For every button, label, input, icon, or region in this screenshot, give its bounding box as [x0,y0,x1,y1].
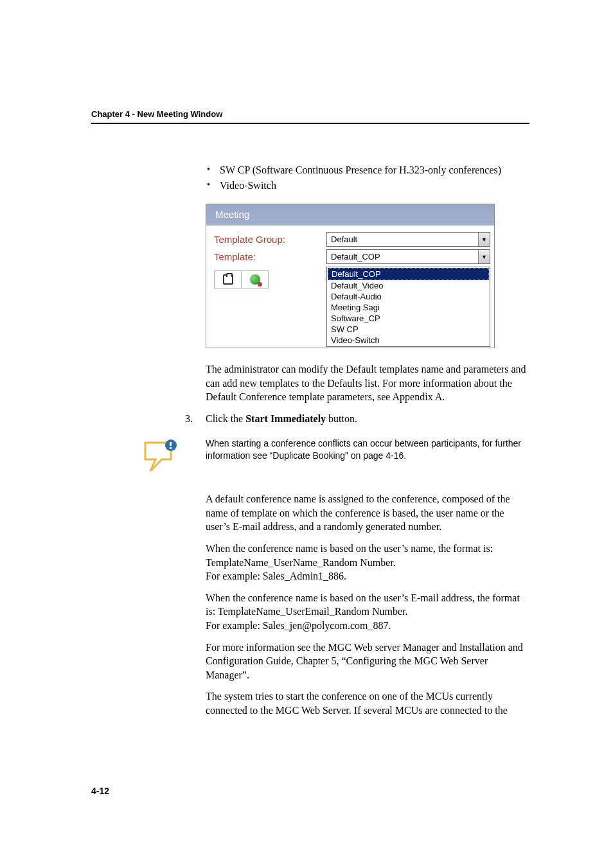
body-paragraph: When the conference name is based on the… [206,591,529,633]
numbered-step: 3. Click the Start Immediately button. [185,412,529,426]
globe-button[interactable] [242,271,268,288]
note-text: When starting a conference conflicts can… [206,438,529,462]
body-paragraph: When the conference name is based on the… [206,542,529,583]
body-paragraph: For more information see the MGC Web ser… [206,641,529,682]
svg-rect-2 [170,442,172,446]
template-group-label: Template Group: [214,234,326,245]
dropdown-option[interactable]: Video-Switch [328,335,489,346]
bullet-item: Video-Switch [206,178,529,193]
template-group-select[interactable]: Default ▼ [326,232,490,247]
template-group-value: Default [327,235,478,244]
step-text-post: button. [326,413,357,424]
dropdown-option[interactable]: Default_Video [328,280,489,291]
template-group-row: Template Group: Default ▼ [206,232,494,249]
step-number: 3. [185,412,206,426]
meeting-widget-title: Meeting [206,204,494,226]
template-label: Template: [214,251,326,262]
dropdown-option[interactable]: Default_COP [328,268,489,280]
step-text-bold: Start Immediately [245,413,326,424]
svg-rect-3 [170,447,172,449]
template-value: Default_COP [327,252,478,261]
note-block: When starting a conference conflicts can… [143,438,529,477]
note-icon [143,438,181,477]
dropdown-option[interactable]: Default-Audio [328,291,489,302]
dropdown-arrow-icon[interactable]: ▼ [478,250,490,263]
dropdown-option[interactable]: Software_CP [328,313,489,324]
dropdown-option[interactable]: Meeting Sagi [328,302,489,313]
body-paragraph: The administrator can modify the Default… [206,362,529,404]
clipboard-icon [223,274,233,285]
bullet-item: SW CP (Software Continuous Presence for … [206,163,529,178]
chapter-header: Chapter 4 - New Meeting Window [91,109,529,119]
template-select[interactable]: Default_COP ▼ [326,249,490,264]
meeting-widget: Meeting Template Group: Default ▼ Templa… [206,204,495,348]
content-column: SW CP (Software Continuous Presence for … [206,163,529,717]
step-text-pre: Click the [206,413,245,424]
clipboard-button[interactable] [215,271,242,288]
document-page: Chapter 4 - New Meeting Window SW CP (So… [0,0,613,763]
header-rule [91,123,529,124]
dropdown-option[interactable]: SW CP [328,324,489,335]
page-number: 4-12 [91,786,109,796]
globe-icon [250,274,260,285]
template-dropdown-list[interactable]: Default_COP Default_Video Default-Audio … [326,267,490,347]
icon-toolbar [214,270,269,288]
dropdown-arrow-icon[interactable]: ▼ [478,233,490,246]
bullet-list: SW CP (Software Continuous Presence for … [206,163,529,193]
template-row: Template: Default_COP ▼ [206,249,494,267]
body-paragraph: The system tries to start the conference… [206,689,529,717]
body-paragraph: A default conference name is assigned to… [206,492,529,534]
